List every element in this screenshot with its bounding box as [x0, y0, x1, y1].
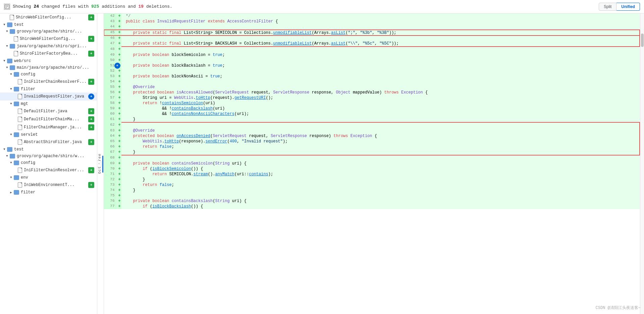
file-icon [18, 109, 22, 114]
summary-text: Showing 24 changed files with 925 additi… [13, 4, 172, 9]
folder-icon [10, 154, 15, 159]
folder-icon [7, 59, 12, 63]
sidebar-item-config-1[interactable]: ▼ config [0, 71, 97, 78]
file-tree-sidebar: ShiroWebFilterConfig... + ▼ test ▼ groov… [0, 13, 97, 314]
diff-line-57: 57 + String uri = WebUtils.toHttp(reques… [104, 95, 640, 101]
scrollbar[interactable] [640, 13, 644, 314]
diff-area[interactable]: 42 + */ 43 + public class InvalidRequest… [104, 13, 640, 314]
diff-line-66: 66 + return false; [104, 144, 640, 149]
diff-line-64: 64 + protected boolean onAccessDenied(Se… [104, 133, 640, 139]
add-badge: + [88, 139, 94, 145]
diff-line-72: 72 + } [104, 177, 640, 182]
file-icon [18, 79, 22, 84]
file-icon [18, 168, 22, 173]
add-badge-blue: + [88, 93, 94, 100]
file-icon [18, 182, 22, 188]
sidebar-item-ini-web-env[interactable]: IniWebEnvironmentT... + [0, 181, 97, 189]
diff-line-61: 61 + } [104, 117, 640, 122]
folder-icon [14, 87, 19, 91]
file-icon [18, 125, 22, 130]
sidebar-item-filter-2[interactable]: ▶ filter [0, 189, 97, 196]
sidebar-item-ini-filter-chain-2[interactable]: IniFilterChainResolver... + [0, 166, 97, 174]
sidebar-item-web-src[interactable]: ▼ web/src [0, 58, 97, 64]
diff-icon [4, 4, 10, 10]
chevron-down-icon: ▼ [9, 133, 13, 136]
diff-line-47: 47 + private static final List<String> B… [104, 41, 640, 47]
chevron-down-icon: ▼ [5, 30, 9, 33]
diff-line-44: 44 + [104, 24, 640, 30]
top-bar: Showing 24 changed files with 925 additi… [0, 0, 644, 13]
octotree-bar [102, 156, 103, 173]
chevron-icon [13, 126, 17, 129]
octotree-toggle[interactable]: ‹ [97, 161, 101, 167]
diff-line-50: 50 + [104, 58, 640, 63]
folder-icon [10, 65, 15, 70]
diff-line-60: 60 + && !containsNonAsciiCharacters(uri)… [104, 111, 640, 117]
add-badge: + [88, 79, 94, 85]
chevron-down-icon: ▼ [3, 23, 6, 26]
sidebar-item-groovy-2[interactable]: ▼ groovy/org/apache/shiro/w... [0, 153, 97, 160]
chevron-down-icon: ▼ [5, 154, 9, 158]
sidebar-item-shiro-web-1[interactable]: ShiroWebFilterConfig... + [0, 13, 97, 21]
diff-line-77: 77 + if (isBlockBackslash()) { [104, 204, 640, 209]
diff-line-54: 54 + [104, 79, 640, 84]
diff-line-42: 42 + */ [104, 13, 640, 19]
main-content: ShiroWebFilterConfig... + ▼ test ▼ groov… [0, 13, 644, 314]
chevron-down-icon: ▼ [5, 45, 9, 48]
chevron-icon [5, 16, 9, 19]
chevron-right-icon: ▶ [9, 191, 13, 194]
diff-line-43: 43 + public class InvalidRequestFilter e… [104, 19, 640, 24]
sidebar-item-test-2[interactable]: ▼ test [0, 146, 97, 153]
sidebar-item-filter-chain-manager[interactable]: FilterChainManager.ja... + [0, 123, 97, 131]
folder-icon [10, 44, 15, 49]
diff-line-63: 63 + @Override [104, 128, 640, 133]
sidebar-item-invalid-request-filter[interactable]: InvalidRequestFilter.java + [0, 92, 97, 101]
sidebar-item-abstract-shiro-filter[interactable]: AbstractShiroFilter.java + [0, 138, 97, 146]
diff-line-69: 69 + private boolean containsSemicolon(S… [104, 161, 640, 166]
diff-line-56: 56 + protected boolean isAccessAllowed(S… [104, 90, 640, 95]
chevron-icon [13, 95, 17, 98]
diff-line-53: 53 + private boolean blockNonAscii = tru… [104, 74, 640, 79]
file-icon [14, 36, 18, 42]
octotree-panel[interactable]: Octotree ‹ [97, 13, 104, 314]
chevron-down-icon: ▼ [9, 161, 13, 165]
sidebar-item-ini-filter-chain-1[interactable]: IniFilterChainResolverF... + [0, 78, 97, 86]
sidebar-item-main-java[interactable]: ▼ main/java/org/apache/shiro/... [0, 64, 97, 71]
chevron-down-icon: ▼ [9, 87, 13, 91]
sidebar-item-servlet[interactable]: ▼ servlet [0, 131, 97, 138]
sidebar-item-shiro-filter-factory[interactable]: ShiroFilterFactoryBea... + [0, 50, 97, 58]
split-button[interactable]: Split [599, 3, 616, 11]
chevron-down-icon: ▼ [9, 73, 13, 76]
sidebar-item-test-1[interactable]: ▼ test [0, 21, 97, 28]
add-badge: + [88, 124, 94, 130]
diff-table: 42 + */ 43 + public class InvalidRequest… [104, 13, 640, 209]
sidebar-item-env[interactable]: ▼ env [0, 174, 97, 181]
chevron-icon [9, 52, 13, 55]
sidebar-item-mgt[interactable]: ▼ mgt [0, 101, 97, 107]
sidebar-item-config-2[interactable]: ▼ config [0, 160, 97, 166]
diff-line-46: 46 + [104, 36, 640, 41]
sidebar-item-default-filter-chain[interactable]: DefaultFilterChainMa... + [0, 115, 97, 123]
diff-line-45: 45 + private static final List<String> S… [104, 30, 640, 36]
sidebar-item-filter[interactable]: ▼ filter [0, 86, 97, 92]
add-badge: + [88, 108, 94, 114]
sidebar-item-groovy-1[interactable]: ▼ groovy/org/apache/shiro/... [0, 28, 97, 35]
diff-line-59: 59 + && !containsBackslash(uri) [104, 106, 640, 111]
chevron-icon [9, 37, 13, 41]
diff-line-49: 49 + private boolean blockSemicolon = tr… [104, 52, 640, 58]
folder-icon [14, 72, 19, 77]
diff-line-62: 62 + [104, 122, 640, 128]
sidebar-item-shiro-web-2[interactable]: ShiroWebFilterConfig... + [0, 35, 97, 43]
folder-icon [14, 190, 19, 195]
diff-line-55: 55 + @Override [104, 84, 640, 90]
folder-icon [14, 102, 19, 106]
add-badge: + [88, 51, 94, 57]
diff-line-70: 70 + if (isBlockSemicolon()) { [104, 166, 640, 172]
chevron-down-icon: ▼ [5, 66, 9, 69]
diff-line-67: 67 + } [104, 149, 640, 155]
view-toggle: Split Unified [599, 3, 640, 11]
sidebar-item-java[interactable]: ▼ java/org/apache/shiro/spri... [0, 43, 97, 50]
diff-line-58: 58 + return !containsSemicolon(uri) [104, 101, 640, 106]
sidebar-item-default-filter[interactable]: DefaultFilter.java + [0, 107, 97, 115]
unified-button[interactable]: Unified [616, 3, 640, 11]
